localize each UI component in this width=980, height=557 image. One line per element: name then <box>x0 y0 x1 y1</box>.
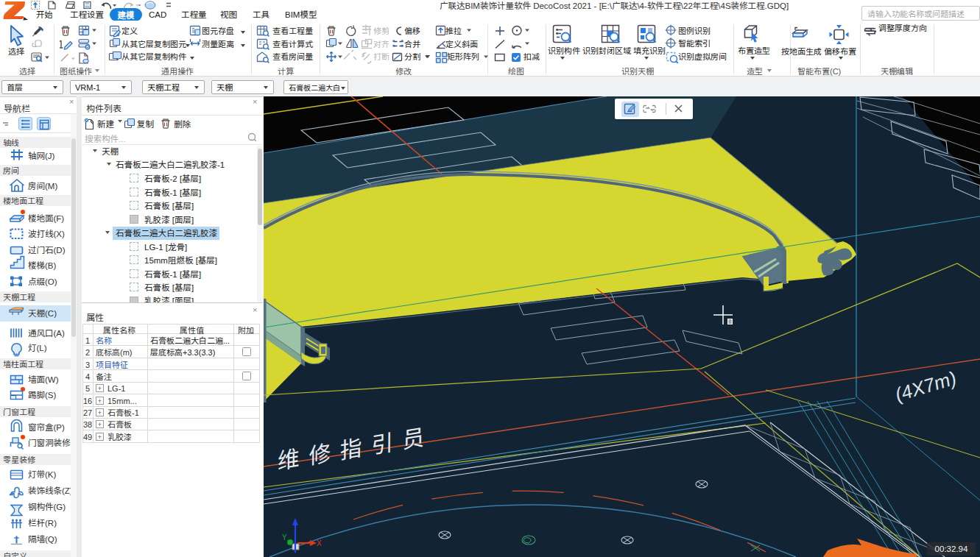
svg-text:Y: Y <box>282 533 287 542</box>
svg-text:X: X <box>317 539 322 547</box>
